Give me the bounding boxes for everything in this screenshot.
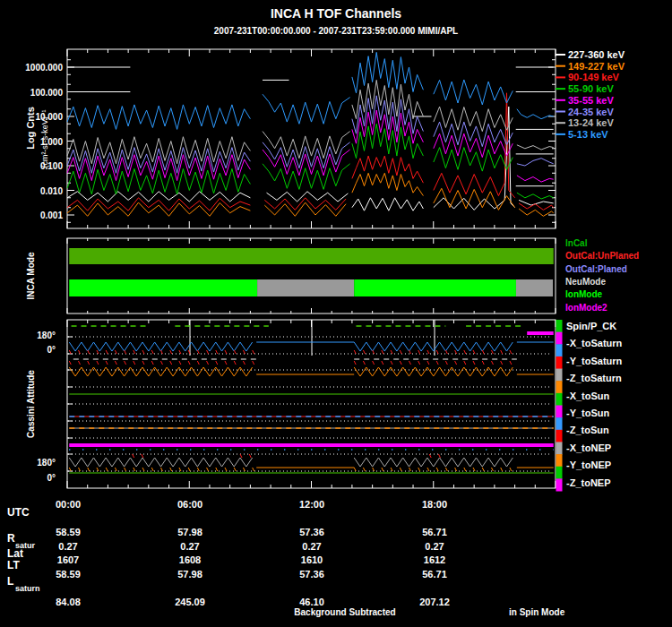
attitude-tick-mark [445, 350, 447, 354]
attitude-tick-mark [436, 361, 438, 365]
attitude-tick-mark [179, 350, 181, 354]
table-row-label: Lat [7, 547, 23, 560]
footer-note-right: in Spin Mode [509, 607, 564, 617]
attitude-tick-mark [382, 468, 383, 471]
attitude-tick-mark [510, 468, 512, 471]
series-s90_149 [67, 198, 250, 210]
table-cell-r-saturn: 58.59 [56, 527, 81, 537]
attitude-tick-mark [391, 361, 392, 365]
attitude-legend-strip [556, 478, 563, 491]
attitude-tick-mark [151, 361, 153, 365]
series-s5_13 [67, 105, 250, 129]
attitude-tick-mark [391, 350, 392, 354]
attitude-tick-mark [115, 350, 116, 354]
attitude-tick-mark [373, 350, 375, 354]
attitude-legend-strip [556, 332, 563, 345]
attitude-tick-mark [482, 350, 484, 354]
attitude-legend-label: -X_toSaturn [566, 338, 622, 348]
attitude-legend-label: -Z_toNEP [566, 477, 611, 488]
series-s35_55 [67, 155, 250, 181]
table-cell-utc: 12:00 [299, 499, 324, 510]
ion-neu-mode-bar [516, 279, 553, 296]
table-row-label: R [7, 532, 15, 545]
attitude-legend-strip [556, 467, 563, 479]
table-row-label: saturn [15, 584, 40, 593]
attitude-legend-strip [556, 417, 563, 430]
attitude-tick-mark [427, 361, 429, 365]
series-s13_24 [352, 80, 424, 118]
attitude-zigzag [354, 458, 513, 467]
attitude-tick-mark [106, 350, 108, 354]
attitude-tick-mark [234, 361, 236, 365]
attitude-tick-mark [455, 350, 457, 354]
attitude-tick-mark [445, 361, 447, 365]
series-s149_227 [67, 202, 250, 216]
table-row-label: UTC [7, 506, 30, 519]
attitude-tick-mark [216, 350, 218, 354]
series-s55_90 [517, 193, 554, 199]
attitude-tick-mark [142, 468, 144, 471]
attitude-tick-mark [510, 361, 512, 365]
attitude-tick-mark [510, 350, 512, 354]
attitude-tick-mark [455, 468, 457, 471]
attitude-tick-mark [240, 454, 242, 458]
attitude-tick-mark [482, 361, 484, 365]
series-s13_24 [263, 132, 350, 159]
table-cell-lat: 0.27 [58, 541, 77, 552]
attitude-tick-mark [115, 468, 116, 471]
table-cell-r-saturn: 56.71 [422, 527, 447, 537]
attitude-tick-mark [106, 361, 108, 365]
legend-item-227-360keV: 227-360 keV [568, 49, 625, 60]
series-s149_227 [519, 209, 554, 216]
attitude-legend-label: -Y_toSaturn [566, 356, 622, 366]
legend-item-13-24keV: 13-24 keV [568, 117, 614, 128]
table-cell-lt: 1612 [424, 554, 445, 565]
attitude-tick-mark [464, 361, 466, 365]
attitude-tick-mark [253, 350, 254, 354]
attitude-tick-mark [151, 350, 153, 354]
attitude-tick-mark [354, 468, 356, 471]
table-cell-lt: 1610 [301, 554, 323, 565]
attitude-legend-label: Spin/P_CK [566, 321, 616, 331]
table-row-label: L [7, 575, 13, 588]
attitude-tick-mark [429, 454, 431, 458]
attitude-tick-mark [142, 350, 144, 354]
legend-item-24-35keV: 24-35 keV [568, 107, 614, 117]
attitude-tick-mark [409, 361, 411, 365]
attitude-tick-mark [188, 361, 190, 365]
attitude-angle-label: 0° [47, 345, 56, 355]
table-cell-lon: 207.12 [419, 597, 450, 607]
attitude-tick-mark [473, 350, 475, 354]
table-cell-l-saturn: 57.98 [177, 569, 202, 580]
attitude-tick-mark [354, 350, 356, 354]
attitude-legend-strip [556, 369, 563, 382]
attitude-legend-strip [556, 356, 563, 369]
attitude-tick-mark [501, 361, 503, 365]
series-s90_149 [519, 203, 554, 210]
attitude-angle-label: 180° [37, 331, 56, 340]
attitude-tick-mark [354, 361, 356, 365]
table-cell-l-saturn: 56.71 [422, 569, 447, 580]
attitude-legend-strip [556, 454, 563, 467]
attitude-legend-label: -Y_toSun [566, 408, 609, 418]
legend-item-35-55keV: 35-55 keV [568, 95, 614, 106]
footer-note-center: Background Subtracted [294, 607, 395, 617]
series-s13_24 [517, 145, 554, 150]
attitude-tick-mark [225, 350, 227, 354]
ion-neu-mode-bar [257, 279, 354, 296]
attitude-tick-mark [97, 350, 99, 354]
attitude-tick-mark [88, 361, 90, 365]
attitude-tick-mark [409, 350, 411, 354]
attitude-tick-mark [363, 361, 365, 365]
series-s35_55 [517, 176, 554, 182]
attitude-tick-mark [170, 468, 172, 471]
table-cell-lon: 245.09 [175, 597, 205, 607]
attitude-tick-mark [225, 361, 227, 365]
attitude-tick-mark [418, 350, 420, 354]
attitude-tick-mark [400, 468, 401, 471]
series-s5_13 [263, 94, 350, 124]
attitude-tick-mark [151, 468, 153, 471]
table-cell-r-saturn: 57.36 [299, 527, 324, 537]
attitude-tick-mark [225, 468, 227, 471]
attitude-tick-mark [427, 468, 429, 471]
